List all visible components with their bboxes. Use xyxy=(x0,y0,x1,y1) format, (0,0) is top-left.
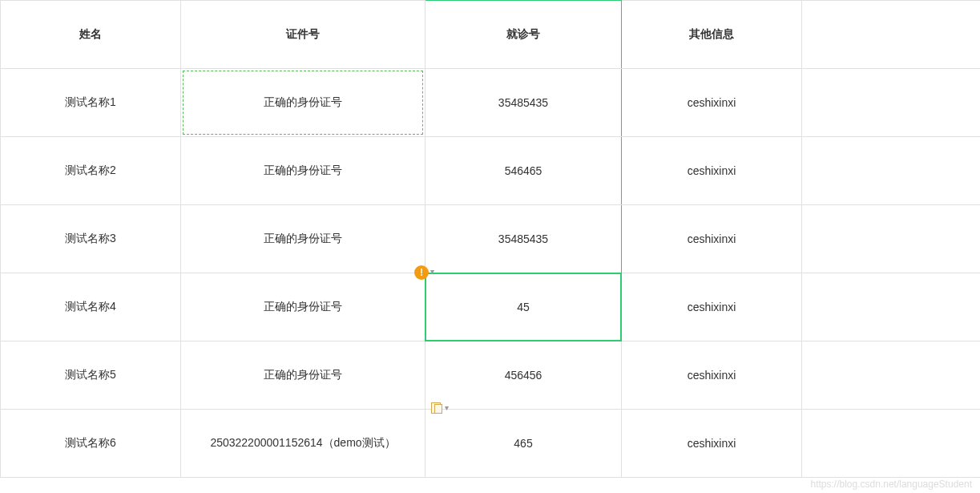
cell-id[interactable]: 正确的身份证号 xyxy=(181,137,425,205)
cell-id[interactable]: 正确的身份证号 xyxy=(181,205,425,273)
cell-visit[interactable]: 35485435 xyxy=(425,205,622,273)
watermark-text: https://blog.csdn.net/languageStudent xyxy=(811,479,973,490)
table-row: 测试名称5 正确的身份证号 456456 ceshixinxi xyxy=(1,341,981,410)
cell-name[interactable]: 测试名称5 xyxy=(1,341,181,410)
cell-visit[interactable]: ▾ 465 xyxy=(425,410,622,478)
cell-value: 45 xyxy=(517,301,530,313)
cell-id[interactable]: 正确的身份证号 xyxy=(181,273,425,341)
paste-options-icon[interactable] xyxy=(430,402,443,414)
cell-other[interactable]: ceshixinxi xyxy=(622,69,802,137)
cell-visit[interactable]: 456456 xyxy=(425,341,622,410)
warning-icon[interactable]: ! xyxy=(414,265,429,280)
table-header-row: 姓名 证件号 就诊号 其他信息 xyxy=(1,1,981,69)
cell-value: 465 xyxy=(514,437,532,450)
table-row: 测试名称1 正确的身份证号 35485435 ceshixinxi xyxy=(1,69,981,137)
cell-name[interactable]: 测试名称2 xyxy=(1,137,181,205)
header-id[interactable]: 证件号 xyxy=(181,1,425,69)
header-other[interactable]: 其他信息 xyxy=(622,1,802,69)
cell-other[interactable]: ceshixinxi xyxy=(622,205,802,273)
cell-extra[interactable] xyxy=(802,137,981,205)
cell-other[interactable]: ceshixinxi xyxy=(622,410,802,478)
cell-visit[interactable]: 546465 xyxy=(425,137,622,205)
cell-other[interactable]: ceshixinxi xyxy=(622,273,802,341)
table-row: 测试名称4 正确的身份证号 ! ▾ 45 ceshixinxi xyxy=(1,273,981,341)
cell-extra[interactable] xyxy=(802,273,981,341)
cell-id[interactable]: 250322200001152614（demo测试） xyxy=(181,410,425,478)
cell-extra[interactable] xyxy=(802,69,981,137)
table-row: 测试名称3 正确的身份证号 35485435 ceshixinxi xyxy=(1,205,981,273)
cell-visit[interactable]: 35485435 xyxy=(425,69,622,137)
cell-extra[interactable] xyxy=(802,410,981,478)
warning-dropdown-icon[interactable]: ▾ xyxy=(430,267,434,276)
cell-other[interactable]: ceshixinxi xyxy=(622,341,802,410)
cell-other[interactable]: ceshixinxi xyxy=(622,137,802,205)
cell-visit-selected[interactable]: ! ▾ 45 xyxy=(425,273,622,341)
cell-extra[interactable] xyxy=(802,341,981,410)
header-name[interactable]: 姓名 xyxy=(1,1,181,69)
paste-dropdown-icon[interactable]: ▾ xyxy=(445,403,449,412)
cell-name[interactable]: 测试名称6 xyxy=(1,410,181,478)
cell-name[interactable]: 测试名称1 xyxy=(1,69,181,137)
header-extra[interactable] xyxy=(802,1,981,69)
cell-extra[interactable] xyxy=(802,205,981,273)
cell-name[interactable]: 测试名称3 xyxy=(1,205,181,273)
cell-id[interactable]: 正确的身份证号 xyxy=(181,69,425,137)
cell-name[interactable]: 测试名称4 xyxy=(1,273,181,341)
cell-id[interactable]: 正确的身份证号 xyxy=(181,341,425,410)
header-visit[interactable]: 就诊号 xyxy=(425,1,622,69)
table-row: 测试名称6 250322200001152614（demo测试） ▾ 465 c… xyxy=(1,410,981,478)
table-row: 测试名称2 正确的身份证号 546465 ceshixinxi xyxy=(1,137,981,205)
data-table[interactable]: 姓名 证件号 就诊号 其他信息 测试名称1 正确的身份证号 35485435 c… xyxy=(0,0,980,478)
